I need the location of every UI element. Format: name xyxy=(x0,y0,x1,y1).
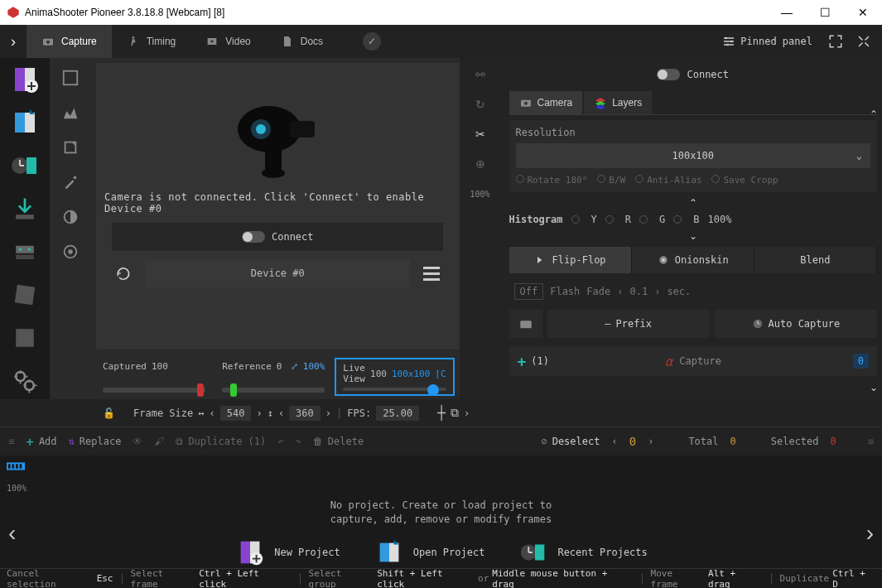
timeline-prev[interactable]: ‹ xyxy=(8,520,16,547)
settings-icon[interactable] xyxy=(7,363,43,399)
fullscreen-icon[interactable] xyxy=(826,31,846,51)
recent-projects-button[interactable]: Recent Projects xyxy=(518,537,647,568)
prev-frame[interactable]: ‹ xyxy=(611,436,617,447)
camera-tab[interactable]: Camera xyxy=(509,91,583,114)
status-bar: Cancel selection Esc Select frame Ctrl +… xyxy=(0,568,882,588)
lock-icon[interactable]: 🔓 xyxy=(103,407,115,419)
svg-rect-16 xyxy=(15,285,35,305)
next-frame[interactable]: › xyxy=(648,436,653,447)
maximize-button[interactable]: ☐ xyxy=(806,0,844,25)
preview-area: Camera is not connected. Click 'Connect'… xyxy=(96,63,460,349)
pinned-panel-button[interactable]: Pinned panel xyxy=(717,31,817,51)
connect-toggle[interactable] xyxy=(242,231,265,243)
h-prev[interactable]: ‹ xyxy=(278,407,284,419)
liveview-slider[interactable]: Live View 100 100x100 [C xyxy=(335,358,454,396)
delete-button[interactable]: 🗑Delete xyxy=(313,436,364,447)
autocapture-button[interactable]: Auto Capture xyxy=(715,310,877,338)
scroll-down-icon[interactable]: ⌄ xyxy=(867,381,880,394)
frames-icon[interactable]: ⧉ xyxy=(451,406,459,420)
camera-icon xyxy=(41,35,55,48)
h-next[interactable]: › xyxy=(325,407,331,419)
refresh-button[interactable] xyxy=(108,259,138,287)
tool-icon-2[interactable] xyxy=(7,320,43,356)
import-icon[interactable] xyxy=(7,190,43,227)
timeline-next[interactable]: › xyxy=(866,520,874,547)
export-icon[interactable] xyxy=(7,234,43,270)
width-input[interactable]: 540 xyxy=(220,406,252,421)
flipflop-button[interactable]: Flip-Flop xyxy=(509,247,632,273)
device-select[interactable]: Device #0 xyxy=(145,259,410,287)
svg-point-33 xyxy=(524,102,528,105)
tab-timing[interactable]: Timing xyxy=(112,25,191,58)
undo-icon[interactable]: ↶ xyxy=(277,436,283,447)
deselect-button[interactable]: ⊘Deselect xyxy=(541,436,600,447)
tool-icon-1[interactable] xyxy=(7,277,43,313)
add-button[interactable]: +Add xyxy=(26,434,56,450)
toggle-icon[interactable] xyxy=(54,235,87,268)
histogram-icon[interactable] xyxy=(54,96,87,129)
blend-button[interactable]: Blend xyxy=(754,247,877,273)
cut-icon[interactable]: ✂ xyxy=(467,121,494,147)
fade-next[interactable]: › xyxy=(654,286,660,297)
scroll-up-icon[interactable]: ⌃ xyxy=(867,108,880,121)
expand-icon[interactable] xyxy=(854,31,874,51)
open-project-icon[interactable] xyxy=(7,104,43,141)
captured-slider[interactable]: Captured 100 xyxy=(96,358,212,396)
rotate-icon[interactable]: ↻ xyxy=(467,91,494,118)
new-project-button[interactable]: New Project xyxy=(234,537,340,568)
running-icon xyxy=(127,35,140,48)
plus-icon: + xyxy=(518,353,527,370)
redo-icon[interactable]: ↷ xyxy=(296,436,301,447)
resolution-section: Resolution 100x100 ⌄ Rotate 180° B/W Ant… xyxy=(509,120,878,192)
opacity-sliders: Captured 100 Reference 0 ⤢100% Live View… xyxy=(91,354,460,399)
collapse-left-icon[interactable]: › xyxy=(0,33,27,51)
tab-docs[interactable]: Docs xyxy=(266,25,338,58)
menu-icon-right[interactable]: ≡ xyxy=(868,436,874,447)
fade-row: Off Flash Fade ‹ 0.1 › sec. xyxy=(509,278,878,305)
svg-rect-41 xyxy=(16,465,18,470)
frame-icon[interactable] xyxy=(54,61,87,94)
replace-button[interactable]: ⇅Replace xyxy=(69,436,122,447)
close-button[interactable]: ✕ xyxy=(844,0,882,25)
target-icon[interactable]: ⊕ xyxy=(467,151,494,177)
resolution-select[interactable]: 100x100 ⌄ xyxy=(516,143,871,168)
off-button[interactable]: Off xyxy=(514,283,544,300)
open-project-button[interactable]: Open Project xyxy=(374,537,485,568)
capture-camera-icon[interactable] xyxy=(509,310,542,338)
collapse-down-icon[interactable]: ⌄ xyxy=(509,230,878,242)
brush-icon[interactable]: 🖌 xyxy=(154,436,164,447)
prefix-button[interactable]: — Prefix xyxy=(547,310,710,338)
new-project-icon[interactable] xyxy=(7,61,43,98)
sliders-icon xyxy=(722,35,735,48)
connect-bar[interactable]: Connect xyxy=(112,223,443,251)
minimize-button[interactable]: — xyxy=(768,0,806,25)
eye-icon[interactable]: 👁 xyxy=(133,436,142,447)
grid-icon[interactable]: ┼ xyxy=(437,405,446,421)
tab-capture[interactable]: Capture xyxy=(27,25,112,58)
onionskin-button[interactable]: Onionskin xyxy=(632,247,754,273)
link-icon[interactable]: ⚯ xyxy=(467,61,494,88)
svg-rect-27 xyxy=(290,121,315,137)
height-input[interactable]: 360 xyxy=(289,406,321,421)
w-prev[interactable]: ‹ xyxy=(209,407,214,419)
crop-icon[interactable] xyxy=(54,131,87,164)
histogram-row: Histogram Y R G B 100% xyxy=(509,214,878,225)
chevron-right-icon[interactable]: › xyxy=(464,407,470,419)
connect-toggle-top[interactable] xyxy=(657,69,680,80)
reference-slider[interactable]: Reference 0 ⤢100% xyxy=(215,358,331,396)
w-next[interactable]: › xyxy=(256,407,262,419)
check-icon[interactable]: ✓ xyxy=(363,32,381,51)
layers-tab[interactable]: Layers xyxy=(584,91,652,114)
tab-video[interactable]: Video xyxy=(190,25,265,58)
contrast-icon[interactable] xyxy=(54,200,87,234)
collapse-up-icon[interactable]: ⌃ xyxy=(509,197,878,209)
duplicate-button[interactable]: ⧉Duplicate (1) xyxy=(176,436,266,447)
eyedropper-icon[interactable] xyxy=(54,166,87,199)
recent-projects-icon[interactable] xyxy=(7,147,43,184)
menu-icon[interactable]: ≡ xyxy=(8,436,14,447)
device-menu-icon[interactable] xyxy=(417,259,446,287)
fps-input[interactable]: 25.00 xyxy=(376,406,419,421)
filmstrip-icon[interactable] xyxy=(7,460,25,472)
fade-prev[interactable]: ‹ xyxy=(617,286,623,297)
capture-button[interactable]: + (1) α Capture 0 xyxy=(509,346,878,376)
